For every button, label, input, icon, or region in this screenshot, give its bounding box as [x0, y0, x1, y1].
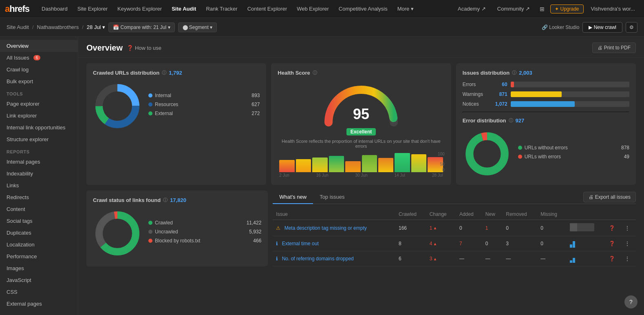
sidebar-label-javascript: JavaScript [7, 277, 31, 283]
crawl-status-info-icon[interactable]: ⓘ [163, 197, 168, 203]
sidebar-item-internal-pages[interactable]: Internal pages [0, 156, 78, 168]
tab-top-issues[interactable]: Top issues [313, 191, 351, 204]
info-icon-2: ℹ [276, 241, 278, 246]
sidebar-item-javascript[interactable]: JavaScript [0, 274, 78, 286]
nav-web-explorer[interactable]: Web Explorer [293, 4, 333, 13]
notices-label: Notices [463, 101, 491, 107]
display-icon[interactable]: ⊞ [537, 4, 547, 14]
nav-rank-tracker[interactable]: Rank Tracker [202, 4, 241, 13]
no-errors-dot [518, 146, 522, 150]
settings-button[interactable]: ⚙ [626, 22, 637, 33]
sidebar-item-images[interactable]: Images [0, 262, 78, 274]
compare-button[interactable]: 📅 Compare with: 21 Jul ▾ [108, 22, 174, 32]
legend-internal: Internal 893 [148, 93, 260, 98]
sidebar-item-internal-link[interactable]: Internal link opportunities [0, 122, 78, 133]
upgrade-button[interactable]: ✦ Upgrade [550, 4, 583, 13]
floating-help-button[interactable]: ? [624, 295, 637, 308]
sidebar-item-page-explorer[interactable]: Page explorer [0, 98, 78, 110]
nav-competitive-analysis[interactable]: Competitive Analysis [335, 4, 392, 13]
crawled-value: 11,422 [247, 220, 262, 226]
sidebar-item-crawl-log[interactable]: Crawl log [0, 64, 78, 75]
legend-blocked: Blocked by robots.txt 466 [148, 238, 261, 244]
nav-site-audit[interactable]: Site Audit [168, 4, 200, 13]
blocked-dot [148, 239, 152, 243]
crawled-dot [148, 221, 152, 225]
issue-cell-2: ℹ External time out [273, 236, 395, 251]
nav-keywords-explorer[interactable]: Keywords Explorer [113, 4, 166, 13]
sidebar-item-link-explorer[interactable]: Link explorer [0, 110, 78, 122]
health-badge: Excellent [346, 128, 376, 135]
help-icon-2[interactable]: ❓ [606, 236, 622, 251]
warnings-label: Warnings [463, 91, 491, 97]
sidebar-item-performance[interactable]: Performance [0, 251, 78, 262]
more-icon-1[interactable]: ⋮ [622, 220, 636, 236]
legend-uncrawled: Uncrawled 5,932 [148, 229, 261, 235]
crawled-urls-donut [93, 82, 142, 131]
sidebar-item-redirects[interactable]: Redirects [0, 191, 78, 203]
breadcrumb-date[interactable]: 28 Jul ▾ [87, 24, 105, 30]
legend-resources: Resources 627 [148, 102, 260, 107]
crawled-cell-2: 8 [395, 236, 426, 251]
nav-content-explorer[interactable]: Content Explorer [243, 4, 291, 13]
error-dist-info-icon[interactable]: ⓘ [509, 118, 513, 124]
breadcrumb-project[interactable]: Nathawatbrothers [37, 24, 79, 30]
sidebar-item-localization[interactable]: Localization [0, 239, 78, 251]
sidebar-item-overview[interactable]: Overview [0, 40, 78, 52]
up-triangle-2: ▲ [433, 242, 437, 246]
sidebar-item-external-pages[interactable]: External pages [0, 298, 78, 310]
export-all-issues-button[interactable]: 🖨 Export all issues [583, 192, 636, 202]
crawl-status-label: Crawl status of links found [93, 197, 161, 203]
sidebar-item-css[interactable]: CSS [0, 286, 78, 298]
print-to-pdf-button[interactable]: 🖨 Print to PDF [592, 42, 636, 53]
issue-name-2[interactable]: External time out [282, 241, 319, 246]
help-circle-icon: ❓ [127, 45, 133, 51]
sidebar-item-social-tags[interactable]: Social tags [0, 215, 78, 227]
help-icon-1[interactable]: ❓ [606, 220, 622, 236]
nav-site-explorer[interactable]: Site Explorer [73, 4, 112, 13]
health-x-labels: 2 Jun 16 Jun 30 Jun 14 Jul 28 Jul [278, 172, 444, 178]
error-dist-title: Error distribution ⓘ 927 [463, 118, 629, 124]
more-icon-3[interactable]: ⋮ [622, 251, 636, 266]
sidebar-item-indexability[interactable]: Indexability [0, 168, 78, 180]
segment-button[interactable]: ⬤ Segment ▾ [178, 22, 217, 32]
notices-bar [511, 101, 575, 107]
sidebar-item-structure-explorer[interactable]: Structure explorer [0, 133, 78, 145]
nav-dashboard[interactable]: Dashboard [37, 4, 72, 13]
errors-label: Errors [463, 82, 491, 87]
more-icon-2[interactable]: ⋮ [622, 236, 636, 251]
sidebar-item-duplicates[interactable]: Duplicates [0, 227, 78, 239]
nav-more[interactable]: More ▾ [393, 4, 418, 13]
issue-name-3[interactable]: No. of referring domains dropped [282, 256, 354, 262]
new-cell-3: — [482, 251, 503, 266]
sidebar-item-bulk-export[interactable]: Bulk export [0, 75, 78, 87]
warning-icon: ⚠ [276, 225, 280, 231]
sidebar-item-all-issues[interactable]: All Issues 6 [0, 52, 78, 64]
nav-community[interactable]: Community ↗ [493, 4, 534, 13]
crawled-label: Crawled [155, 220, 173, 226]
health-gauge-wrapper: 95 Excellent [278, 82, 444, 137]
issues-distribution-card: Issues distribution ⓘ 2,003 Errors 60 Wa… [456, 63, 636, 185]
logo[interactable]: ahrefs [5, 4, 29, 14]
crawled-urls-info-icon[interactable]: ⓘ [162, 70, 166, 76]
sidebar-item-links[interactable]: Links [0, 180, 78, 191]
sidebar-item-content[interactable]: Content [0, 203, 78, 215]
crawl-status-row: Crawl status of links found ⓘ 17,820 [78, 191, 644, 271]
issue-cell-3: ℹ No. of referring domains dropped [273, 251, 395, 266]
help-icon-3[interactable]: ❓ [606, 251, 622, 266]
warnings-bar-container [511, 91, 629, 97]
issue-name-1[interactable]: Meta description tag missing or empty [285, 225, 367, 231]
nav-academy[interactable]: Academy ↗ [454, 4, 490, 13]
tab-whats-new[interactable]: What's new [273, 191, 313, 204]
sidebar-label-links: Links [7, 182, 19, 189]
issues-dist-info-icon[interactable]: ⓘ [512, 70, 516, 76]
health-score-info-icon[interactable]: ⓘ [313, 70, 317, 76]
chart-bar-7 [378, 158, 393, 172]
health-history-chart: 100 50 0 [278, 152, 444, 172]
error-dist-chart: URLs without errors 878 URLs with errors… [463, 129, 629, 178]
chart-bar-1 [279, 160, 294, 172]
new-crawl-button[interactable]: ▶ New crawl [582, 22, 622, 33]
looker-studio-button[interactable]: 🔗 Looker Studio [542, 24, 579, 30]
user-menu[interactable]: Vishvendra's wor... [587, 4, 639, 13]
breadcrumb-site-audit[interactable]: Site Audit [7, 24, 29, 30]
how-to-use-link[interactable]: ❓ How to use [127, 45, 161, 51]
